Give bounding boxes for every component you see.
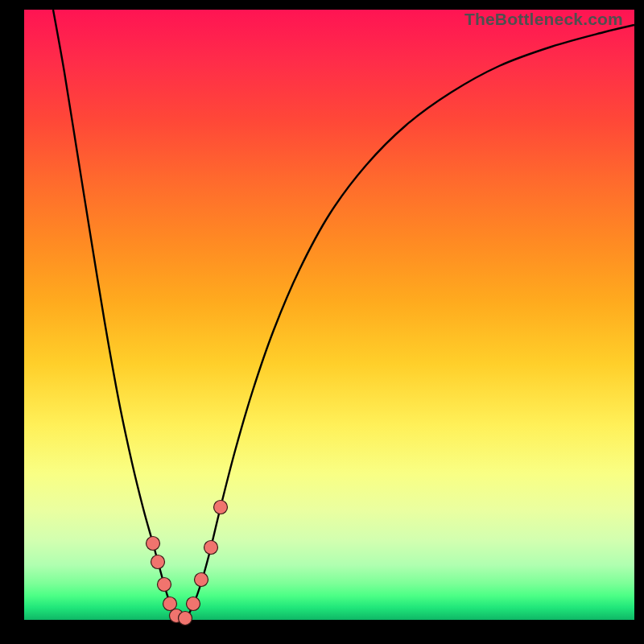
marker-dot bbox=[195, 573, 208, 587]
chart-frame: TheBottleneck.com bbox=[0, 0, 644, 644]
v-curve-line bbox=[53, 10, 634, 619]
marker-dot bbox=[214, 501, 228, 514]
marker-dot bbox=[151, 555, 165, 569]
marker-dot bbox=[158, 578, 171, 592]
marker-dot bbox=[187, 597, 200, 611]
marker-dot bbox=[147, 537, 160, 551]
marker-dot bbox=[179, 612, 192, 625]
marker-dot bbox=[204, 541, 218, 555]
plot-area: TheBottleneck.com bbox=[24, 10, 634, 620]
marker-dot bbox=[163, 597, 177, 611]
bottleneck-curve bbox=[24, 10, 634, 620]
curve-markers bbox=[147, 501, 228, 625]
